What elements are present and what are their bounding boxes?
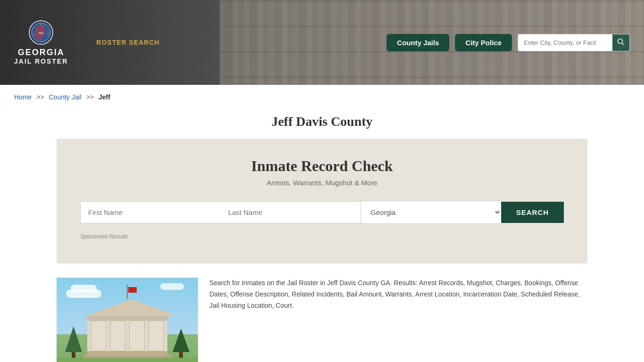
- tree-left-trunk: [72, 352, 75, 358]
- courthouse-image: [57, 278, 198, 362]
- tree-left-top: [65, 326, 82, 352]
- georgia-seal-icon: GA ★ ★ ★: [28, 20, 54, 46]
- cloud-3: [160, 283, 184, 290]
- page-title: Jeff Davis County: [0, 114, 644, 129]
- breadcrumb: Home >> County Jail >> Jeff: [0, 85, 644, 109]
- sponsored-label: Sponsored Results: [80, 233, 564, 240]
- flag: [128, 287, 137, 293]
- roster-search-link[interactable]: ROSTER SEARCH: [96, 39, 159, 46]
- courthouse-pediment: [87, 299, 177, 316]
- column-4: [149, 321, 164, 351]
- search-icon: [617, 38, 625, 46]
- column-3: [129, 321, 145, 351]
- flag-pole: [127, 285, 128, 299]
- site-header: GA ★ ★ ★ GEORGIA JAIL ROSTER ROSTER SEAR…: [0, 0, 644, 85]
- courthouse-step-1: [87, 351, 167, 355]
- header-search-bar: [518, 34, 630, 51]
- first-name-input[interactable]: [80, 201, 221, 223]
- page-title-area: Jeff Davis County: [0, 109, 644, 139]
- state-select[interactable]: Georgia Alabama Florida Tennessee South …: [361, 201, 501, 224]
- site-logo[interactable]: GA ★ ★ ★ GEORGIA JAIL ROSTER: [14, 20, 68, 66]
- courthouse-structure: [87, 299, 167, 358]
- column-1: [91, 321, 107, 351]
- breadcrumb-current: Jeff: [99, 93, 110, 101]
- tree-right-trunk: [179, 352, 183, 358]
- record-check-search-button[interactable]: SEARCH: [501, 202, 564, 223]
- column-2: [110, 321, 126, 351]
- logo-line2: JAIL ROSTER: [14, 58, 68, 65]
- record-check-title: Inmate Record Check: [80, 157, 564, 175]
- cloud-2: [66, 289, 101, 298]
- svg-point-8: [618, 39, 623, 43]
- header-search-input[interactable]: [518, 35, 612, 50]
- header-right-nav: County Jails City Police: [387, 34, 630, 51]
- breadcrumb-home[interactable]: Home: [14, 93, 32, 101]
- header-search-button[interactable]: [612, 34, 629, 51]
- tree-right: [173, 329, 190, 358]
- logo-line1: GEORGIA: [18, 48, 65, 58]
- header-content: GA ★ ★ ★ GEORGIA JAIL ROSTER ROSTER SEAR…: [0, 0, 644, 85]
- bottom-description: Search for Inmates on the Jail Roster in…: [209, 278, 587, 311]
- courthouse-entablature: [87, 316, 167, 321]
- record-check-section: Inmate Record Check Arrests, Warrants, M…: [57, 139, 587, 263]
- ground: [57, 358, 198, 362]
- breadcrumb-sep2: >>: [86, 93, 94, 101]
- tree-left: [65, 326, 82, 358]
- courthouse-columns: [87, 321, 167, 351]
- city-police-button[interactable]: City Police: [455, 34, 512, 51]
- county-jails-button[interactable]: County Jails: [387, 34, 449, 51]
- record-check-subtitle: Arrests, Warrants, Mugshot & More: [80, 179, 564, 187]
- record-check-form: Georgia Alabama Florida Tennessee South …: [80, 201, 564, 224]
- breadcrumb-sep1: >>: [36, 93, 44, 101]
- tree-right-top: [173, 329, 190, 352]
- bottom-section: Search for Inmates on the Jail Roster in…: [0, 263, 644, 362]
- last-name-input[interactable]: [221, 201, 361, 223]
- breadcrumb-county-jail[interactable]: County Jail: [49, 93, 82, 101]
- svg-line-9: [622, 43, 624, 45]
- svg-text:GA: GA: [39, 32, 43, 34]
